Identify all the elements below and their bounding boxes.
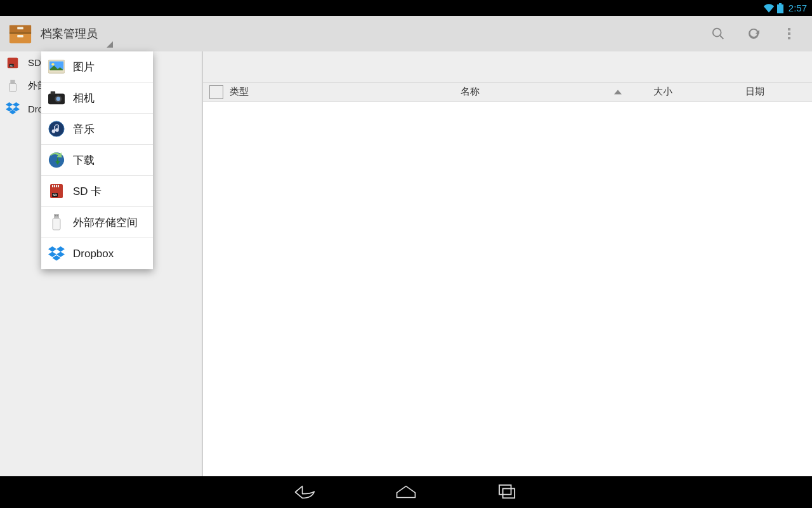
refresh-icon xyxy=(746,26,761,41)
svg-rect-11 xyxy=(788,37,790,39)
svg-rect-10 xyxy=(788,32,790,35)
select-all-checkbox[interactable] xyxy=(209,85,223,99)
svg-point-23 xyxy=(56,97,61,102)
svg-rect-4 xyxy=(10,32,31,34)
status-bar: 2:57 xyxy=(0,0,812,16)
dropdown-item-label: Dropbox xyxy=(73,248,114,260)
main-panel: 类型 名称 大小 日期 xyxy=(203,51,812,476)
wifi-icon xyxy=(763,4,775,13)
usb-icon xyxy=(48,213,65,231)
nav-home-button[interactable] xyxy=(390,476,422,508)
battery-icon xyxy=(777,3,783,13)
svg-rect-32 xyxy=(56,185,57,187)
svg-rect-5 xyxy=(17,27,23,30)
svg-text:SD: SD xyxy=(10,65,13,67)
path-bar[interactable] xyxy=(203,51,812,82)
svg-rect-37 xyxy=(53,218,60,230)
column-header-type[interactable]: 类型 xyxy=(230,86,312,98)
dropbox-icon xyxy=(48,245,65,263)
status-clock: 2:57 xyxy=(789,3,807,13)
dropdown-item-sdcard[interactable]: SD SD 卡 xyxy=(41,176,153,207)
sdcard-icon: SD xyxy=(5,55,20,70)
svg-rect-30 xyxy=(52,185,53,187)
dropdown-item-camera[interactable]: 相机 xyxy=(41,83,153,114)
download-icon xyxy=(48,151,65,169)
svg-rect-31 xyxy=(54,185,55,187)
svg-rect-34 xyxy=(54,214,59,218)
dropdown-item-label: 音乐 xyxy=(73,122,95,137)
dropdown-item-label: SD 卡 xyxy=(73,184,102,199)
system-nav-bar xyxy=(0,476,812,508)
column-header-row: 类型 名称 大小 日期 xyxy=(203,82,812,102)
overflow-button[interactable] xyxy=(771,16,807,51)
app-title: 档案管理员 xyxy=(41,26,98,41)
dropdown-indicator-icon xyxy=(107,41,113,48)
recent-icon xyxy=(498,484,517,500)
svg-rect-9 xyxy=(788,28,790,30)
action-bar: 档案管理员 xyxy=(0,16,812,51)
svg-rect-33 xyxy=(58,185,59,187)
svg-point-7 xyxy=(713,29,721,37)
svg-point-19 xyxy=(51,63,54,65)
usb-icon xyxy=(5,78,20,93)
sort-asc-icon xyxy=(614,90,622,94)
music-icon xyxy=(48,120,65,138)
dropdown-item-dropbox[interactable]: Dropbox xyxy=(41,238,153,269)
svg-rect-15 xyxy=(10,80,15,83)
svg-rect-38 xyxy=(499,485,511,495)
search-icon xyxy=(711,27,725,41)
home-icon xyxy=(395,483,417,501)
file-list[interactable] xyxy=(203,102,812,476)
svg-rect-16 xyxy=(10,83,16,91)
dropdown-item-external[interactable]: 外部存储空间 xyxy=(41,207,153,238)
dropdown-item-label: 图片 xyxy=(73,60,95,74)
dropdown-item-pictures[interactable]: 图片 xyxy=(41,51,153,83)
svg-rect-1 xyxy=(779,3,782,4)
svg-rect-0 xyxy=(777,4,783,13)
column-header-date[interactable]: 日期 xyxy=(698,86,812,98)
overflow-icon xyxy=(783,27,796,41)
sdcard-icon: SD xyxy=(48,182,65,200)
dropbox-icon xyxy=(5,101,20,116)
search-button[interactable] xyxy=(700,16,736,51)
dropdown-item-label: 外部存储空间 xyxy=(73,215,138,230)
pictures-icon xyxy=(48,58,65,76)
dropdown-item-label: 下载 xyxy=(73,153,95,168)
column-header-name-label: 名称 xyxy=(461,86,480,97)
app-icon xyxy=(8,21,33,46)
svg-rect-36 xyxy=(57,215,58,217)
svg-rect-35 xyxy=(55,215,56,217)
location-spinner[interactable]: 档案管理员 xyxy=(41,16,115,51)
nav-recent-button[interactable] xyxy=(492,476,523,508)
refresh-button[interactable] xyxy=(736,16,771,51)
svg-line-8 xyxy=(720,36,724,39)
column-header-size[interactable]: 大小 xyxy=(628,86,698,98)
nav-back-button[interactable] xyxy=(289,476,320,508)
camera-icon xyxy=(48,89,65,107)
column-header-name[interactable]: 名称 xyxy=(312,86,628,98)
dropdown-item-downloads[interactable]: 下载 xyxy=(41,145,153,176)
svg-rect-39 xyxy=(503,488,515,498)
svg-rect-21 xyxy=(51,91,55,95)
svg-text:SD: SD xyxy=(53,193,57,197)
svg-rect-6 xyxy=(17,35,23,37)
dropdown-item-music[interactable]: 音乐 xyxy=(41,114,153,145)
back-icon xyxy=(294,483,315,501)
location-dropdown: 图片 相机 音乐 下载 SD SD 卡 外部存储空间 Dropbox xyxy=(41,51,153,269)
dropdown-item-label: 相机 xyxy=(73,91,95,105)
